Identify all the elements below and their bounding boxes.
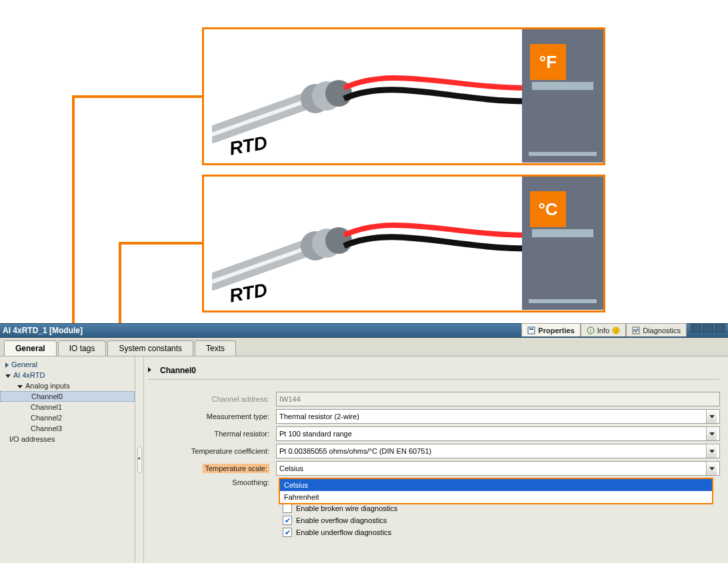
temp-coefficient-combobox[interactable]: Pt 0.00385055 ohms/ohms/°C (DIN EN 60751… bbox=[276, 444, 720, 458]
warning-icon: ! bbox=[612, 326, 620, 334]
svg-text:!: ! bbox=[615, 328, 617, 334]
underflow-checkbox[interactable] bbox=[283, 528, 292, 537]
tab-io-tags[interactable]: IO tags bbox=[58, 340, 107, 356]
window-control-icon[interactable] bbox=[691, 323, 701, 332]
panel-header: AI 4xRTD_1 [Module] Properties i Info ! … bbox=[0, 323, 728, 338]
properties-pane: Channel0 Channel address: Measurement ty… bbox=[144, 356, 728, 563]
tab-diagnostics[interactable]: Diagnostics bbox=[626, 323, 687, 336]
celsius-badge: °C bbox=[530, 191, 566, 227]
dropdown-option-fahrenheit[interactable]: Fahrenheit bbox=[280, 491, 712, 503]
temp-scale-label: Temperature scale: bbox=[148, 464, 276, 472]
overflow-label: Enable overflow diagnostics bbox=[296, 516, 387, 524]
channel-address-label: Channel address: bbox=[148, 395, 276, 403]
window-control-icon[interactable] bbox=[715, 323, 725, 332]
tree-node-channel1[interactable]: Channel1 bbox=[0, 402, 135, 412]
window-control-icon[interactable] bbox=[703, 323, 713, 332]
tree-node-channel3[interactable]: Channel3 bbox=[0, 423, 135, 434]
measurement-type-combobox[interactable]: Thermal resistor (2-wire) bbox=[276, 409, 720, 424]
tree-node-channel0[interactable]: Channel0 bbox=[0, 391, 135, 402]
module-title: AI 4xRTD_1 [Module] bbox=[3, 326, 83, 335]
tab-properties[interactable]: Properties bbox=[521, 323, 580, 336]
tab-label: Info bbox=[597, 326, 609, 334]
plc-module-illustration: °F bbox=[522, 29, 603, 163]
broken-wire-label: Enable broken wire diagnostics bbox=[296, 504, 397, 512]
thermal-resistor-label: Thermal resistor: bbox=[148, 430, 276, 438]
tab-system-constants[interactable]: System constants bbox=[107, 340, 193, 356]
temp-coefficient-label: Temperature coefficient: bbox=[148, 447, 276, 455]
thermal-resistor-combobox[interactable]: Pt 100 standard range bbox=[276, 426, 720, 441]
fahrenheit-badge: °F bbox=[530, 44, 566, 80]
diagram-area: RTD °F RTD °C bbox=[0, 0, 728, 323]
chevron-right-icon bbox=[148, 367, 151, 372]
diagnostics-icon bbox=[632, 326, 640, 334]
dropdown-icon bbox=[706, 427, 717, 440]
tab-texts[interactable]: Texts bbox=[195, 340, 236, 356]
properties-icon bbox=[527, 326, 535, 334]
smoothing-label: Smoothing: bbox=[148, 478, 276, 486]
rtd-diagram-celsius: RTD °C bbox=[202, 175, 605, 312]
dropdown-icon bbox=[706, 410, 717, 423]
tree-node-io-addresses[interactable]: I/O addresses bbox=[0, 434, 135, 444]
tab-general[interactable]: General bbox=[4, 340, 57, 356]
splitter-handle[interactable] bbox=[135, 356, 144, 563]
svg-rect-6 bbox=[528, 327, 535, 334]
dropdown-icon bbox=[706, 444, 717, 458]
dropdown-icon bbox=[706, 462, 717, 475]
overflow-checkbox[interactable] bbox=[283, 516, 292, 525]
tree-node-general[interactable]: General bbox=[0, 359, 135, 370]
svg-text:i: i bbox=[590, 328, 591, 334]
info-icon: i bbox=[587, 326, 595, 334]
tab-label: Diagnostics bbox=[643, 326, 681, 334]
broken-wire-checkbox[interactable] bbox=[283, 504, 292, 513]
underflow-label: Enable underflow diagnostics bbox=[296, 528, 391, 536]
rtd-diagram-fahrenheit: RTD °F bbox=[202, 27, 605, 165]
tree-node-channel2[interactable]: Channel2 bbox=[0, 412, 135, 423]
tab-label: Properties bbox=[538, 326, 574, 334]
measurement-type-label: Measurement type: bbox=[148, 412, 276, 420]
plc-module-illustration: °C bbox=[522, 177, 603, 310]
section-header: Channel0 bbox=[148, 362, 720, 380]
dropdown-option-celsius[interactable]: Celsius bbox=[280, 479, 712, 491]
tree-node-module[interactable]: AI 4xRTD bbox=[0, 370, 135, 380]
main-tab-strip: General IO tags System constants Texts bbox=[0, 338, 728, 356]
tab-info[interactable]: i Info ! bbox=[581, 323, 626, 336]
channel-address-field bbox=[276, 392, 720, 406]
temp-scale-dropdown-list[interactable]: Celsius Fahrenheit bbox=[279, 478, 713, 504]
temp-scale-combobox[interactable]: Celsius bbox=[276, 461, 720, 476]
svg-rect-7 bbox=[529, 328, 533, 330]
tree-node-analog-inputs[interactable]: Analog inputs bbox=[0, 380, 135, 391]
navigation-tree[interactable]: General AI 4xRTD Analog inputs Channel0 … bbox=[0, 356, 135, 563]
